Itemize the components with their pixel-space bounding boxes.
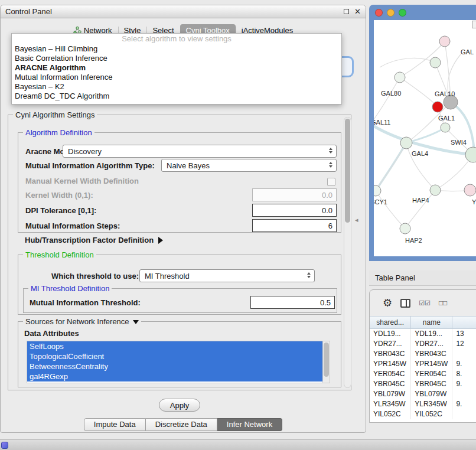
node-label-gal: GAL <box>461 48 474 56</box>
table-row[interactable]: YLR345WYLR345W9. <box>370 399 476 409</box>
table-cell: YBR043C <box>411 349 452 359</box>
network-node[interactable] <box>400 137 412 149</box>
algorithm-option-dream8-dc-tdc-algorithm[interactable]: Dream8 DC_TDC Algorithm <box>12 92 341 101</box>
network-node[interactable] <box>439 36 450 47</box>
table-row[interactable]: YBL079WYBL079W <box>370 389 476 399</box>
network-canvas[interactable]: GAL80GAL10GAL11GAL1SWI4GAL4GCY1HAP4HAP2G… <box>374 20 476 256</box>
attribute-item-selfloops[interactable]: SelfLoops <box>27 341 322 351</box>
data-attributes-label: Data Attributes <box>24 329 79 338</box>
aracne-mode-select[interactable]: Discovery <box>63 145 337 158</box>
algorithm-option-mutual-information-inference[interactable]: Mutual Information Inference <box>12 73 341 82</box>
columns-icon[interactable] <box>400 299 410 308</box>
network-edge[interactable] <box>405 190 435 229</box>
column-header-shared-[interactable]: shared... <box>370 316 411 329</box>
column-header-2[interactable] <box>452 316 476 329</box>
mi-type-select[interactable]: Naive Bayes <box>161 159 337 172</box>
table-cell: YER054C <box>411 369 452 379</box>
table-cell: 8. <box>452 369 476 379</box>
network-graph[interactable]: GAL80GAL10GAL11GAL1SWI4GAL4GCY1HAP4HAP2G… <box>374 20 476 256</box>
bottom-tab-infer-network[interactable]: Infer Network <box>217 418 282 431</box>
table-row[interactable]: YPR145WYPR145W9. <box>370 359 476 369</box>
manual-kernel-label: Manual Kernel Width Definition <box>25 177 139 185</box>
table-row[interactable]: YBR045CYBR045C9. <box>370 379 476 389</box>
network-node[interactable] <box>395 72 405 83</box>
network-node[interactable] <box>430 185 441 195</box>
table-row[interactable]: YDL19...YDL19...13 <box>370 329 476 339</box>
settings-scrollbar[interactable] <box>344 117 351 388</box>
network-node[interactable] <box>432 102 443 112</box>
algorithm-option-bayesian-hill-climbing[interactable]: Bayesian – Hill Climbing <box>12 44 341 54</box>
node-label-gal11: GAL11 <box>374 119 390 126</box>
threshold-select[interactable]: MI Threshold <box>139 269 315 282</box>
table-cell: YBR043C <box>370 349 411 359</box>
dropdown-arrows-icon <box>307 272 311 278</box>
panel-collapse-handle[interactable]: ◂ <box>355 216 358 224</box>
zoom-traffic-light-icon[interactable] <box>399 9 406 17</box>
table-cell: YBL079W <box>411 389 452 399</box>
table-row[interactable]: YDR27...YDR27...12 <box>370 339 476 349</box>
hub-definition-toggle[interactable]: Hub/Transcription Factor Definition <box>25 236 163 244</box>
attribute-item-betweennesscentrality[interactable]: BetweennessCentrality <box>27 361 322 371</box>
table-row[interactable]: YBR043CYBR043C <box>370 349 476 359</box>
network-edge[interactable] <box>406 128 445 143</box>
network-edge[interactable] <box>380 58 435 67</box>
algorithm-option-basic-correlation-inference[interactable]: Basic Correlation Inference <box>12 54 341 63</box>
network-node[interactable] <box>374 185 381 196</box>
close-icon[interactable]: ✕ <box>354 8 361 15</box>
list-scrollbar-thumb[interactable] <box>324 343 329 377</box>
algorithm-option-bayesian-k2[interactable]: Bayesian – K2 <box>12 82 341 92</box>
gear-icon[interactable]: ⚙ <box>383 298 392 308</box>
apply-button[interactable]: Apply <box>159 399 200 412</box>
table-row[interactable]: YER054CYER054C8. <box>370 369 476 379</box>
control-panel-titlebar[interactable]: Control Panel ✕ <box>1 5 366 18</box>
float-window-icon[interactable] <box>344 9 349 14</box>
data-attributes-list: SelfLoopsTopologicalCoefficientBetweenne… <box>27 341 330 381</box>
mi-threshold-input[interactable]: 0.5 <box>250 296 335 309</box>
settings-scrollbar-thumb[interactable] <box>345 119 350 223</box>
minimized-window-icon[interactable] <box>1 442 8 449</box>
network-node[interactable] <box>400 223 410 234</box>
network-node[interactable] <box>465 147 476 162</box>
attribute-item-topologicalcoefficient[interactable]: TopologicalCoefficient <box>27 351 322 361</box>
network-edge[interactable] <box>406 102 451 143</box>
data-attributes-list-container: SelfLoopsTopologicalCoefficientBetweenne… <box>27 341 330 383</box>
network-edge[interactable] <box>400 77 438 107</box>
select-all-checkboxes-icon[interactable]: ☑☑ <box>419 299 431 307</box>
bottom-tab-impute-data[interactable]: Impute Data <box>84 418 146 431</box>
column-header-name[interactable]: name <box>411 316 452 329</box>
dpi-tolerance-input[interactable]: 0.0 <box>252 204 337 217</box>
attribute-item-gal4rgexp[interactable]: gal4RGexp <box>27 371 322 381</box>
deselect-all-checkboxes-icon[interactable]: □□ <box>439 299 448 307</box>
table-cell: YPR145W <box>370 359 411 369</box>
table-cell: YDL19... <box>411 329 452 339</box>
mi-threshold-label: Mutual Information Threshold: <box>30 298 141 307</box>
table-cell: YBR045C <box>411 379 452 389</box>
algorithm-option-aracne-algorithm[interactable]: ARACNE Algorithm <box>12 63 341 73</box>
bottom-tab-bar: Impute DataDiscretize DataInfer Network <box>1 418 366 431</box>
list-scrollbar[interactable] <box>322 341 330 383</box>
algorithm-definition-title: Algorithm Definition <box>23 128 94 137</box>
minimize-traffic-light-icon[interactable] <box>387 9 395 17</box>
sources-title[interactable]: Sources for Network Inference <box>23 317 141 326</box>
table-cell <box>452 389 476 399</box>
network-scroll-corner <box>472 21 476 28</box>
close-traffic-light-icon[interactable] <box>375 9 383 17</box>
table-cell: 9. <box>452 359 476 369</box>
manual-kernel-checkbox[interactable] <box>327 178 335 186</box>
network-edge[interactable] <box>374 77 400 123</box>
table-row[interactable]: YIL052CYIL052C <box>370 409 476 419</box>
network-edge[interactable] <box>376 191 405 229</box>
network-node[interactable] <box>430 57 441 68</box>
network-node[interactable] <box>464 184 476 196</box>
table-cell <box>452 349 476 359</box>
bottom-tab-discretize-data[interactable]: Discretize Data <box>146 418 217 431</box>
expand-arrow-icon <box>158 237 163 244</box>
network-node[interactable] <box>441 123 450 132</box>
threshold-definition-title: Threshold Definition <box>23 250 96 259</box>
threshold-select-value: MI Threshold <box>145 272 190 281</box>
mi-steps-input[interactable]: 6 <box>252 219 337 232</box>
node-label-hap2: HAP2 <box>405 237 422 244</box>
table-cell: YDL19... <box>370 329 411 339</box>
mi-threshold-group: MI Threshold Definition Mutual Informati… <box>23 288 337 313</box>
table-cell: YBR045C <box>370 379 411 389</box>
